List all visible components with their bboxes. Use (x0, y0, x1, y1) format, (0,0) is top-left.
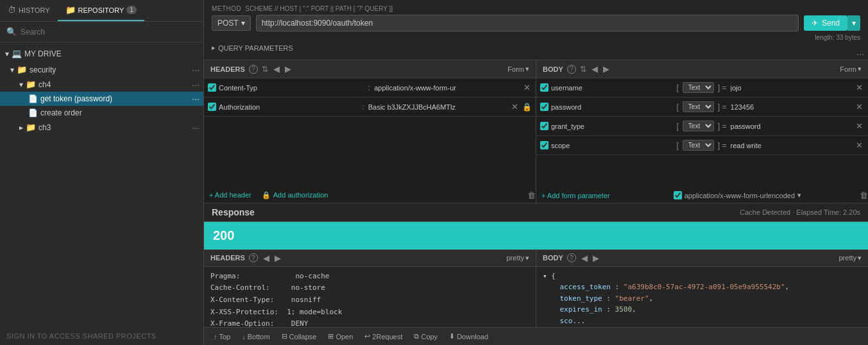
sidebar-item-ch3[interactable]: ▸ 📁 ch3 ··· (0, 120, 203, 135)
body-1-value[interactable] (731, 103, 852, 111)
send-dropdown-button[interactable]: ▾ (847, 15, 860, 31)
header-1-key[interactable] (219, 103, 358, 111)
header-1-close[interactable]: ✕ (510, 102, 520, 112)
sidebar-item-ch4[interactable]: ▾ 📁 ch4 ··· (0, 77, 203, 92)
body-2-checkbox[interactable] (540, 122, 549, 130)
response-body-nav-right[interactable]: ▶ (591, 253, 600, 263)
body-0-checkbox[interactable] (540, 83, 549, 92)
header-0-value[interactable] (374, 84, 520, 92)
top-button[interactable]: ↑ Top (210, 332, 234, 342)
body-0-key[interactable] (551, 84, 672, 92)
body-sort-icon[interactable]: ⇅ (580, 65, 586, 74)
body-3-value[interactable] (731, 142, 852, 149)
response-split: HEADERS ? ◀ ▶ pretty ▾ Pragma: no-cache … (204, 249, 868, 328)
ch3-dots[interactable]: ··· (192, 122, 200, 133)
create-order-label: create order (40, 108, 82, 117)
response-body-nav: ◀ ▶ (580, 253, 600, 263)
body-1-key[interactable] (551, 103, 672, 111)
header-line-4: X-Frame-Option: DENY (210, 318, 529, 327)
get-token-dots[interactable]: ··· (192, 94, 200, 104)
body-nav-left[interactable]: ◀ (590, 64, 599, 74)
method-select[interactable]: POST ▾ (212, 15, 251, 31)
top-label: Top (219, 333, 231, 341)
chevron-down-icon: ▾ (858, 65, 862, 73)
add-auth-button[interactable]: 🔒 Add authorization (257, 188, 334, 203)
body-3-close[interactable]: ✕ (855, 140, 864, 150)
body-0-close[interactable]: ✕ (855, 83, 864, 92)
url-input[interactable] (256, 15, 799, 31)
sidebar-item-create-order[interactable]: 📄 create order (0, 106, 203, 120)
response-body-content: ▾ { access_token : "a639b8c0-57ac-4972-a… (536, 267, 868, 328)
chevron-right-icon: ▸ (19, 123, 23, 132)
response-nav-left[interactable]: ◀ (262, 253, 271, 263)
header-0-checkbox[interactable] (208, 83, 216, 92)
response-headers-content: Pragma: no-cache Cache-Control: no-store… (204, 267, 536, 328)
header-1-value[interactable] (368, 103, 507, 111)
header-row-1: : ✕ 🔒 (204, 97, 536, 117)
nav-right-arrow[interactable]: ▶ (284, 64, 293, 74)
bottom-icon: ↓ (242, 333, 246, 341)
nav-left-arrow[interactable]: ◀ (272, 64, 281, 74)
sidebar-item-security[interactable]: ▾ 📁 security ··· (0, 62, 203, 77)
body-3-key[interactable] (551, 142, 672, 149)
trash-icon[interactable]: 🗑 (527, 190, 536, 200)
open-button[interactable]: ⊞ Open (325, 331, 356, 342)
bottom-button[interactable]: ↓ Bottom (239, 332, 273, 342)
body-0-value[interactable] (731, 84, 852, 92)
ch4-dots[interactable]: ··· (192, 80, 200, 90)
security-dots[interactable]: ··· (192, 65, 200, 75)
body-3-type[interactable]: Text (683, 140, 714, 151)
header-0-key[interactable] (219, 84, 364, 92)
form-encoded-checkbox[interactable] (674, 191, 682, 199)
body-1-checkbox[interactable] (540, 103, 549, 111)
body-row-3: [ Text ] = ✕ (536, 136, 868, 155)
header-0-close[interactable]: ✕ (522, 83, 532, 92)
chevron-down-icon: ▾ (525, 254, 529, 262)
body-form-select[interactable]: Form ▾ (840, 65, 862, 73)
download-button[interactable]: ⬇ Download (446, 331, 491, 342)
folder-icon: 📁 (26, 80, 36, 89)
headers-form-select[interactable]: Form ▾ (507, 65, 529, 73)
my-drive-item[interactable]: ▾ 💻 MY DRIVE ··· (0, 45, 203, 62)
sort-icon[interactable]: ⇅ (262, 65, 268, 74)
body-3-checkbox[interactable] (540, 141, 549, 149)
expires-in-value: 3500 (615, 305, 633, 314)
body-1-type[interactable]: Text (683, 101, 714, 112)
body-trash-icon[interactable]: 🗑 (860, 190, 868, 200)
response-headers-pretty-select[interactable]: pretty ▾ (506, 254, 529, 262)
2request-button[interactable]: ↩ 2Request (361, 331, 405, 342)
send-button[interactable]: ✈ Send (804, 15, 847, 31)
chevron-right-icon: ▸ (212, 44, 216, 52)
header-1-checkbox[interactable] (208, 103, 216, 111)
body-2-type[interactable]: Text (683, 121, 714, 131)
method-url-row: POST ▾ ✈ Send ▾ (212, 15, 860, 31)
response-nav-right[interactable]: ▶ (273, 253, 282, 263)
body-2-key[interactable] (551, 122, 672, 130)
body-2-close[interactable]: ✕ (855, 121, 864, 131)
response-body-nav-left[interactable]: ◀ (580, 253, 589, 263)
body-rows: [ Text ] = ✕ [ Text ] = ✕ (536, 78, 868, 189)
body-1-close[interactable]: ✕ (855, 102, 864, 112)
access-token-value: "a639b8c0-57ac-4972-a091-05e9a955542b" (624, 283, 785, 291)
add-param-button[interactable]: + Add form parameter (536, 189, 615, 203)
copy-button[interactable]: ⧉ Copy (411, 331, 441, 342)
sidebar-item-get-token[interactable]: 📄 get token (password) ··· (0, 92, 203, 106)
response-body-pretty-label: pretty (838, 254, 856, 262)
query-params-toggle[interactable]: ▸ QUERY PARAMETERS (212, 41, 860, 55)
response-body-pretty-select[interactable]: pretty ▾ (838, 254, 862, 262)
body-nav-arrows: ◀ ▶ (590, 64, 611, 74)
file-icon: 📄 (28, 94, 38, 103)
query-params-label: QUERY PARAMETERS (218, 44, 293, 52)
tab-repository[interactable]: 📁 REPOSITORY 1 (58, 0, 144, 21)
body-panel: BODY ? ⇅ ◀ ▶ Form ▾ [ Text (536, 60, 868, 203)
search-input[interactable] (21, 28, 197, 37)
collapse-button[interactable]: ⊟ Collapse (278, 331, 320, 342)
tab-history[interactable]: ⏱ HISTORY (0, 0, 58, 21)
body-form-label: Form (840, 65, 856, 73)
body-nav-right[interactable]: ▶ (602, 64, 611, 74)
response-body-panel: BODY ? ◀ ▶ pretty ▾ ▾ { access_token : (536, 250, 868, 328)
body-2-value[interactable] (731, 122, 852, 130)
add-header-button[interactable]: + Add header (204, 188, 257, 202)
folder-icon: 📁 (17, 65, 27, 74)
body-0-type[interactable]: Text (683, 82, 714, 93)
